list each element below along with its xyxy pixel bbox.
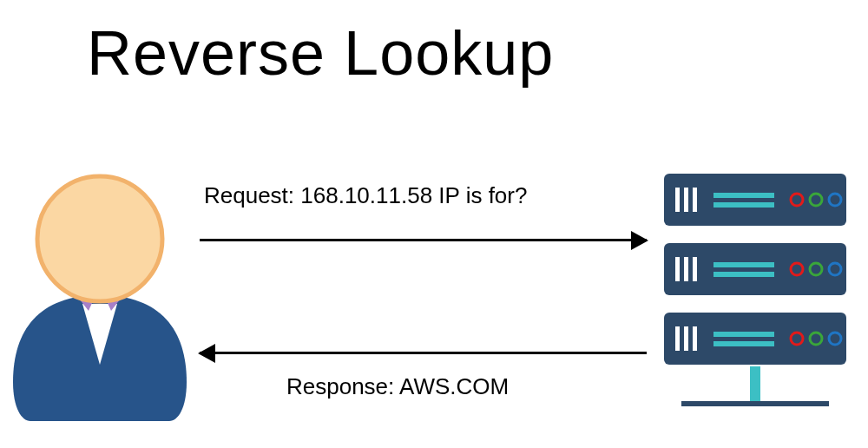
svg-rect-19 — [664, 313, 846, 365]
diagram-title: Reverse Lookup — [87, 17, 554, 89]
svg-rect-22 — [693, 326, 697, 351]
svg-rect-14 — [713, 262, 774, 267]
response-label: Response: AWS.COM — [286, 373, 509, 400]
request-label: Request: 168.10.11.58 IP is for? — [204, 182, 527, 209]
user-icon — [9, 165, 191, 429]
svg-rect-13 — [693, 257, 697, 281]
server-stack-icon — [660, 174, 851, 438]
svg-rect-28 — [750, 366, 760, 401]
svg-rect-20 — [675, 326, 680, 351]
svg-point-0 — [37, 176, 162, 301]
svg-rect-2 — [675, 188, 680, 212]
svg-rect-1 — [664, 174, 846, 226]
svg-rect-21 — [684, 326, 688, 351]
request-arrow — [200, 239, 647, 241]
svg-rect-3 — [684, 188, 688, 212]
svg-rect-24 — [713, 341, 774, 346]
response-arrow — [200, 352, 647, 354]
svg-rect-15 — [713, 272, 774, 277]
svg-rect-23 — [713, 332, 774, 337]
svg-rect-5 — [713, 193, 774, 198]
svg-rect-4 — [693, 188, 697, 212]
svg-rect-11 — [675, 257, 680, 281]
svg-rect-29 — [681, 401, 829, 406]
svg-rect-6 — [713, 202, 774, 208]
svg-rect-10 — [664, 243, 846, 295]
svg-rect-12 — [684, 257, 688, 281]
